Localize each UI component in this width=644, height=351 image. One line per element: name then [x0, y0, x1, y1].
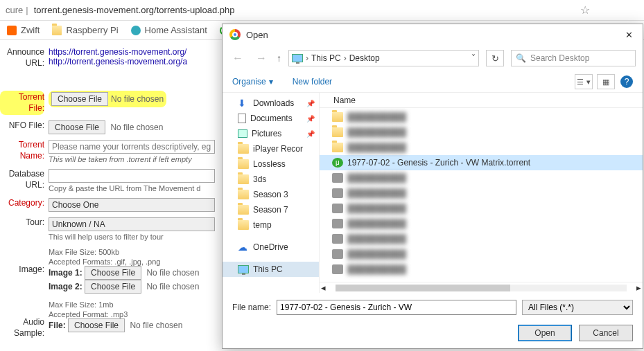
torrent-file-button[interactable]: Choose File	[51, 92, 108, 106]
file-item[interactable]: ██████████	[320, 201, 643, 216]
file-item[interactable]: ██████████	[320, 170, 643, 186]
file-item[interactable]: μ1977-07-02 - Genesis - Zurich - VW Matr…	[320, 155, 643, 170]
nfo-file-label: NFO File:	[0, 120, 49, 132]
file-item[interactable]: ██████████	[320, 216, 643, 231]
chevron-down-icon: ▾	[269, 77, 273, 87]
chrome-icon	[229, 29, 241, 40]
tree-item-pictures[interactable]: Pictures📌	[223, 126, 319, 141]
category-select[interactable]: Choose One	[49, 198, 215, 212]
search-icon: 🔍	[516, 53, 526, 63]
tree-item-downloads[interactable]: ⬇Downloads📌	[223, 96, 319, 111]
tour-label: Tour:	[0, 217, 49, 228]
breadcrumb[interactable]: › This PC › Desktop ˅	[288, 50, 479, 66]
image1-button[interactable]: Choose File	[85, 266, 141, 280]
image1-label: Image 1:	[49, 268, 82, 278]
audio-file-button[interactable]: Choose File	[68, 318, 125, 332]
image1-status: No file chosen	[146, 268, 199, 278]
file-item[interactable]: ██████████	[320, 186, 643, 201]
bookmark-star-icon[interactable]: ☆	[580, 3, 590, 17]
secure-label: cure	[6, 5, 23, 15]
scroll-right-icon[interactable]: ▸	[636, 282, 641, 293]
view-mode-button[interactable]: ☰ ▾	[575, 74, 593, 89]
audio-file-label: File:	[49, 321, 66, 330]
tree-item-temp[interactable]: temp	[223, 217, 319, 233]
tree-item-season-3[interactable]: Season 3	[223, 187, 319, 202]
announce-label: Announce URL:	[0, 47, 49, 69]
filename-input[interactable]	[277, 300, 516, 315]
audio-file-status: No file chosen	[130, 321, 182, 330]
tour-select[interactable]: Unknown / NA	[49, 217, 215, 231]
image2-button[interactable]: Choose File	[85, 280, 141, 294]
database-url-label: Database URL:	[0, 169, 49, 190]
file-item[interactable]: ██████████	[320, 246, 643, 262]
image-label: Image:	[0, 246, 49, 276]
divider: |	[26, 5, 28, 15]
search-input[interactable]: 🔍 Search Desktop	[511, 50, 636, 66]
file-item[interactable]: ██████████	[320, 262, 643, 277]
tree-item-lossless[interactable]: Lossless	[223, 156, 319, 172]
new-folder-button[interactable]: New folder	[293, 77, 332, 87]
bookmark-zwift[interactable]: Zwift	[7, 25, 40, 35]
refresh-icon[interactable]: ↻	[486, 50, 504, 66]
bookmark-raspberry[interactable]: Raspberry Pi	[52, 25, 118, 35]
nfo-file-status: No file chosen	[110, 123, 163, 132]
nav-back-icon[interactable]: ←	[229, 52, 246, 64]
folder-tree: ⬇Downloads📌Documents📌Pictures📌iPlayer Re…	[223, 93, 320, 293]
close-icon[interactable]: ✕	[622, 28, 636, 42]
tree-item-3ds[interactable]: 3ds	[223, 172, 319, 187]
tree-item-iplayer-recor[interactable]: iPlayer Recor	[223, 141, 319, 156]
torrent-file-label: Torrent File:	[0, 91, 49, 115]
help-icon[interactable]: ?	[620, 75, 633, 88]
nav-forward-icon[interactable]: →	[253, 52, 270, 64]
page-url[interactable]: torrent.genesis-movement.org/torrents-up…	[34, 5, 580, 15]
torrent-name-label: Torrent Name:	[0, 140, 49, 161]
address-bar: cure | torrent.genesis-movement.org/torr…	[0, 0, 644, 21]
torrent-name-input[interactable]	[49, 140, 215, 154]
filetype-select[interactable]: All Files (*.*)	[522, 300, 633, 315]
scroll-left-icon[interactable]: ◂	[321, 282, 326, 293]
pc-icon	[292, 54, 303, 62]
file-item[interactable]: ██████████	[320, 109, 643, 125]
list-header-name[interactable]: Name	[320, 93, 643, 108]
audio-label: Audio Sample:	[0, 299, 49, 339]
open-button[interactable]: Open	[518, 325, 572, 341]
image2-status: No file chosen	[146, 282, 199, 291]
bookmark-home-assistant[interactable]: Home Assistant	[131, 25, 207, 35]
file-list: ██████████████████████████████μ1977-07-0…	[320, 108, 643, 282]
breadcrumb-folder[interactable]: Desktop	[349, 53, 380, 63]
breadcrumb-pc[interactable]: This PC	[311, 53, 341, 63]
tree-item-documents[interactable]: Documents📌	[223, 111, 319, 126]
category-label: Category:	[0, 198, 49, 209]
dialog-title: Open	[246, 30, 622, 40]
filename-label: File name:	[232, 303, 271, 312]
announce-url-http[interactable]: http://torrent.genesis-movement.org/a	[49, 57, 187, 66]
horizontal-scrollbar[interactable]: ◂ ▸	[320, 282, 643, 293]
tree-item-season-7[interactable]: Season 7	[223, 202, 319, 217]
tree-item-onedrive[interactable]: ☁OneDrive	[223, 240, 319, 255]
cancel-button[interactable]: Cancel	[579, 325, 633, 341]
file-item[interactable]: ██████████	[320, 125, 643, 140]
nfo-file-button[interactable]: Choose File	[49, 120, 105, 134]
image2-label: Image 2:	[49, 282, 82, 291]
announce-url-https[interactable]: https://torrent.genesis-movement.org/	[49, 47, 186, 57]
database-url-input[interactable]	[49, 169, 215, 183]
file-item[interactable]: ██████████	[320, 140, 643, 155]
chevron-down-icon[interactable]: ˅	[471, 53, 476, 63]
preview-pane-button[interactable]: ▦	[597, 74, 615, 89]
torrent-file-status: No file chosen	[111, 94, 164, 104]
tree-item-this-pc[interactable]: This PC	[223, 262, 319, 277]
file-item[interactable]: ██████████	[320, 231, 643, 246]
nav-up-icon[interactable]: ↑	[277, 53, 281, 64]
file-open-dialog: Open ✕ ← → ↑ › This PC › Desktop ˅ ↻ 🔍 S…	[222, 24, 643, 349]
organise-menu[interactable]: Organise ▾	[232, 77, 273, 87]
